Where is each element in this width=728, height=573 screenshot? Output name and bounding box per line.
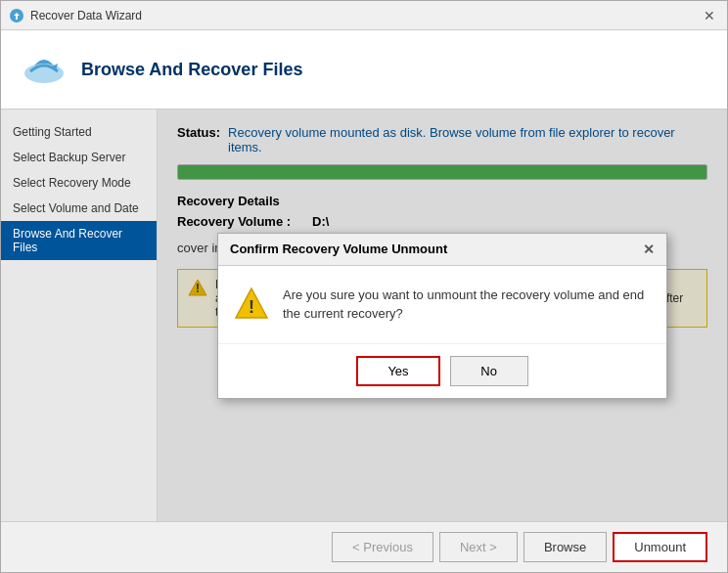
wizard-icon xyxy=(21,46,68,93)
dialog-no-button[interactable]: No xyxy=(450,356,528,386)
sidebar-item-browse-recover-files[interactable]: Browse And Recover Files xyxy=(1,221,157,260)
dialog-overlay: Confirm Recovery Volume Unmount ✕ ! Are … xyxy=(158,110,727,521)
sidebar-item-select-backup-server[interactable]: Select Backup Server xyxy=(1,145,157,170)
window-close-button[interactable]: ✕ xyxy=(700,6,719,25)
dialog-footer: Yes No xyxy=(218,343,666,398)
sidebar-item-select-volume-date[interactable]: Select Volume and Date xyxy=(1,196,157,221)
wizard-title: Browse And Recover Files xyxy=(81,60,302,80)
dialog-body: ! Are you sure you want to unmount the r… xyxy=(218,266,666,343)
window-title: Recover Data Wizard xyxy=(30,9,700,22)
wizard-header: Browse And Recover Files xyxy=(1,30,727,110)
dialog-close-button[interactable]: ✕ xyxy=(643,242,655,257)
main-window: Recover Data Wizard ✕ Browse And Recover… xyxy=(0,0,728,573)
wizard-sidebar: Getting Started Select Backup Server Sel… xyxy=(1,110,158,521)
window-icon xyxy=(9,8,24,23)
unmount-button[interactable]: Unmount xyxy=(613,532,707,562)
sidebar-item-select-recovery-mode[interactable]: Select Recovery Mode xyxy=(1,170,157,196)
warning-icon: ! xyxy=(234,286,269,321)
dialog-yes-button[interactable]: Yes xyxy=(356,356,439,386)
confirm-dialog: Confirm Recovery Volume Unmount ✕ ! Are … xyxy=(217,233,667,399)
previous-button[interactable]: < Previous xyxy=(332,532,433,562)
title-bar: Recover Data Wizard ✕ xyxy=(1,1,727,30)
dialog-title-bar: Confirm Recovery Volume Unmount ✕ xyxy=(218,234,666,266)
browse-button[interactable]: Browse xyxy=(523,532,607,562)
svg-text:!: ! xyxy=(249,297,254,317)
wizard-footer: < Previous Next > Browse Unmount xyxy=(1,521,727,572)
dialog-title: Confirm Recovery Volume Unmount xyxy=(230,242,447,256)
dialog-message: Are you sure you want to unmount the rec… xyxy=(283,286,651,324)
next-button[interactable]: Next > xyxy=(439,532,518,562)
wizard-body: Getting Started Select Backup Server Sel… xyxy=(1,110,727,521)
sidebar-item-getting-started[interactable]: Getting Started xyxy=(1,119,157,145)
wizard-content: Status: Recovery volume mounted as disk.… xyxy=(158,110,727,521)
